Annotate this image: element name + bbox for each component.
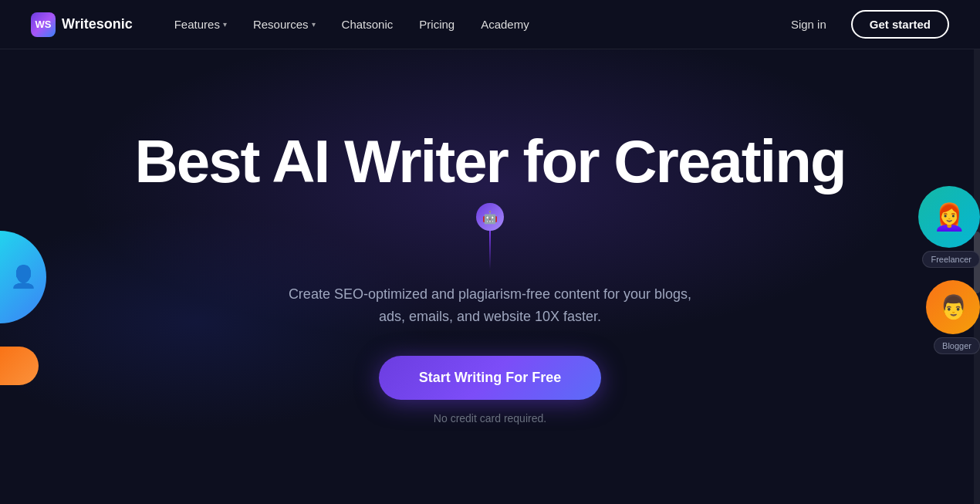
hero-title: Best AI Writer for Creating <box>134 129 845 195</box>
avatar-right-area: 👩‍🦰 Freelancer 👨 Blogger <box>918 186 980 354</box>
hero-section: 👤 👩‍🦰 Freelancer 👨 Blogger Best AI Write… <box>0 49 980 504</box>
brand-name: Writesonic <box>62 16 133 32</box>
cursor-line <box>489 231 491 269</box>
hero-content: Best AI Writer for Creating 🤖 Create SEO… <box>134 129 845 424</box>
nav-links: Features ▾ Resources ▾ Chatsonic Pricing… <box>164 12 779 37</box>
sign-in-button[interactable]: Sign in <box>779 12 839 37</box>
no-credit-card-text: No credit card required. <box>434 412 546 425</box>
chevron-down-icon: ▾ <box>223 20 227 29</box>
nav-item-academy[interactable]: Academy <box>470 12 540 37</box>
get-started-button[interactable]: Get started <box>851 10 949 39</box>
freelancer-badge: Freelancer <box>922 251 980 268</box>
avatar-left-top: 👤 <box>0 231 46 323</box>
logo[interactable]: WS Writesonic <box>31 12 133 37</box>
avatar-left-top-image: 👤 <box>10 264 37 289</box>
avatar-left-bottom <box>0 347 39 385</box>
nav-actions: Sign in Get started <box>779 10 949 39</box>
nav-item-features[interactable]: Features ▾ <box>164 12 238 37</box>
cursor-indicator: 🤖 <box>476 203 504 269</box>
navbar: WS Writesonic Features ▾ Resources ▾ Cha… <box>0 0 980 49</box>
hero-subtitle: Create SEO-optimized and plagiarism-free… <box>274 283 706 328</box>
avatar-freelancer-image: 👩‍🦰 <box>918 186 980 248</box>
logo-icon: WS <box>31 12 56 37</box>
chevron-down-icon: ▾ <box>312 20 316 29</box>
blogger-badge: Blogger <box>934 337 980 354</box>
cursor-bubble-icon: 🤖 <box>476 203 504 231</box>
nav-item-chatsonic[interactable]: Chatsonic <box>331 12 404 37</box>
cta-button[interactable]: Start Writing For Free <box>379 356 602 400</box>
avatar-freelancer: 👩‍🦰 Freelancer <box>918 186 980 268</box>
nav-item-resources[interactable]: Resources ▾ <box>242 12 326 37</box>
nav-item-pricing[interactable]: Pricing <box>408 12 465 37</box>
avatar-blogger-image: 👨 <box>926 280 980 334</box>
avatar-left-area: 👤 <box>0 231 46 323</box>
avatar-blogger: 👨 Blogger <box>926 280 980 354</box>
